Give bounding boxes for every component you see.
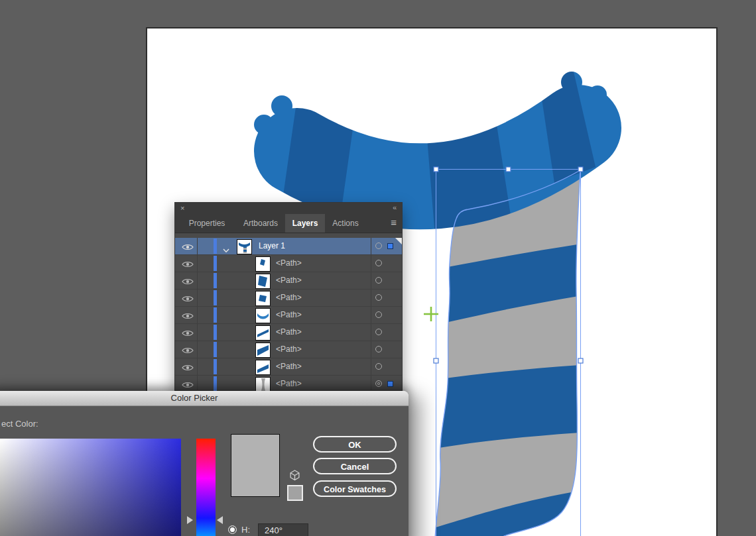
path-row[interactable]: <Path> [175,358,402,376]
hue-value-input[interactable]: 240° [258,523,308,536]
target-circle[interactable] [375,329,382,335]
visibility-eye-icon[interactable] [182,311,194,319]
path-name[interactable]: <Path> [276,376,302,392]
select-color-label: ect Color: [1,419,38,429]
close-icon[interactable]: × [180,203,184,213]
target-circle[interactable] [375,311,382,318]
ok-button[interactable]: OK [313,436,397,453]
dialog-titlebar[interactable]: Color Picker [0,391,409,406]
panel-tab-bar: Properties Artboards Layers Actions [175,214,402,233]
layers-panel: × ‹‹ Properties Artboards Layers Actions… [174,202,403,391]
path-name[interactable]: <Path> [276,272,302,289]
target-circle-targeted[interactable] [375,380,382,387]
color-picker-dialog: Color Picker ect Color: OK Cancel Color … [0,391,409,536]
target-circle[interactable] [375,242,382,249]
visibility-eye-icon[interactable] [182,259,194,267]
path-thumbnail[interactable] [255,360,271,375]
path-row[interactable]: <Path> [175,324,402,341]
visibility-eye-icon[interactable] [182,362,194,370]
path-thumbnail[interactable] [255,343,271,358]
color-preview-swatch [231,434,280,497]
path-name[interactable]: <Path> [276,307,302,323]
hue-label: H: [241,525,250,535]
divider [197,238,198,254]
path-row[interactable]: <Path> [175,307,402,324]
path-row[interactable]: <Path> [175,255,402,272]
out-of-gamut-cube-icon[interactable] [289,470,300,481]
selection-indicator[interactable] [387,381,393,387]
hue-slider-left-arrow-icon[interactable] [187,516,193,524]
path-thumbnail[interactable] [255,274,271,289]
visibility-eye-icon[interactable] [182,380,194,388]
target-circle[interactable] [375,363,382,370]
path-thumbnail[interactable] [255,325,271,341]
layer-row[interactable]: Layer 1 [175,238,402,255]
cancel-button[interactable]: Cancel [313,458,397,474]
tab-actions[interactable]: Actions [325,214,366,233]
target-circle[interactable] [375,260,382,266]
path-row[interactable]: <Path> [175,272,402,290]
layers-list: Layer 1 <Path> <Path> [175,238,402,393]
visibility-eye-icon[interactable] [182,345,194,353]
saturation-brightness-field[interactable] [0,439,181,536]
path-name[interactable]: <Path> [276,341,302,358]
selection-indicator[interactable] [387,243,393,249]
panel-titlebar: × ‹‹ [175,203,402,214]
path-row[interactable]: <Path> [175,341,402,358]
panel-menu-icon[interactable]: ≡ [391,214,397,233]
path-row[interactable]: <Path> [175,290,402,307]
hue-slider[interactable] [196,439,216,536]
path-thumbnail[interactable] [255,377,271,392]
illustrator-workspace: × ‹‹ Properties Artboards Layers Actions… [0,0,756,536]
target-circle[interactable] [375,294,382,301]
path-name[interactable]: <Path> [276,324,302,341]
path-thumbnail[interactable] [255,256,271,272]
path-name[interactable]: <Path> [276,358,302,375]
tab-layers[interactable]: Layers [285,214,325,233]
dialog-body: ect Color: OK Cancel Color Swatches H: 2… [0,406,409,536]
active-layer-corner [395,238,402,244]
path-thumbnail[interactable] [255,308,271,323]
visibility-eye-icon[interactable] [182,242,194,250]
tab-properties[interactable]: Properties [178,214,236,233]
chevron-down-icon[interactable] [223,244,229,248]
target-circle[interactable] [375,346,382,352]
color-swatches-button[interactable]: Color Swatches [313,480,397,497]
path-name[interactable]: <Path> [276,255,302,272]
layer-color-bar [214,239,217,254]
visibility-eye-icon[interactable] [182,328,194,336]
path-thumbnail[interactable] [255,291,271,306]
hue-radio[interactable] [228,525,237,534]
hue-slider-right-arrow-icon[interactable] [217,516,223,524]
target-circle[interactable] [375,277,382,284]
visibility-eye-icon[interactable] [182,294,194,301]
layer-name[interactable]: Layer 1 [259,238,285,254]
tab-artboards[interactable]: Artboards [236,214,285,233]
divider [371,238,371,254]
layer-thumbnail[interactable] [237,239,252,254]
visibility-eye-icon[interactable] [182,276,194,284]
path-name[interactable]: <Path> [276,290,302,306]
collapse-panel-icon[interactable]: ‹‹ [393,203,396,213]
web-safe-swatch[interactable] [287,485,303,501]
